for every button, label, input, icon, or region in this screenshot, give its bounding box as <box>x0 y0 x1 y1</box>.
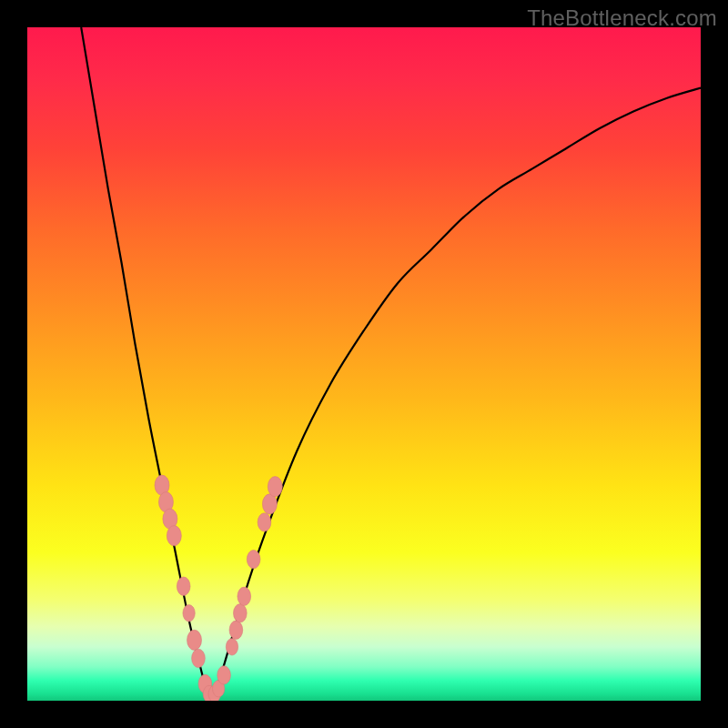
data-marker <box>167 526 181 546</box>
data-marker <box>238 587 251 605</box>
data-marker <box>183 605 195 622</box>
data-marker <box>177 577 190 595</box>
data-marker <box>262 494 277 514</box>
chart-container: TheBottleneck.com <box>0 0 728 728</box>
markers-group <box>155 475 282 701</box>
chart-svg <box>27 27 701 701</box>
data-marker <box>226 639 238 656</box>
left-branch-curve <box>81 27 211 701</box>
data-marker <box>217 666 231 684</box>
data-marker <box>268 477 282 497</box>
data-marker <box>258 513 271 531</box>
right-branch-curve <box>211 88 701 701</box>
data-marker <box>229 621 243 639</box>
data-marker <box>247 550 260 568</box>
data-marker <box>192 649 206 667</box>
data-marker <box>234 604 248 622</box>
data-marker <box>187 630 202 650</box>
plot-area <box>27 27 701 701</box>
